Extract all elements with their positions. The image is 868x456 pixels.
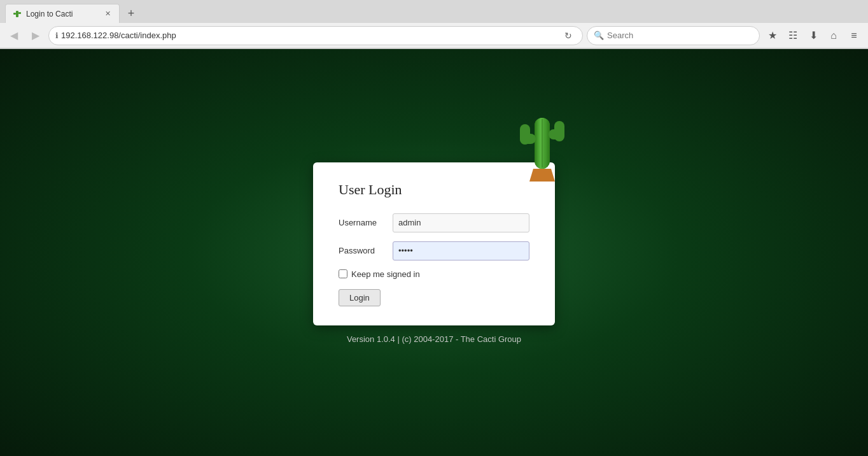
login-wrapper: User Login Username Password Keep me sig… [313, 162, 555, 344]
login-button[interactable]: Login [339, 289, 381, 306]
password-row: Password [339, 241, 529, 260]
login-card: User Login Username Password Keep me sig… [313, 162, 555, 325]
svg-rect-0 [16, 11, 18, 17]
reload-button[interactable]: ↻ [561, 28, 576, 43]
login-title: User Login [339, 182, 529, 198]
tab-title: Login to Cacti [26, 10, 100, 18]
keep-signed-checkbox[interactable] [339, 269, 347, 278]
search-icon: 🔍 [594, 31, 604, 40]
forward-button[interactable]: ▶ [27, 27, 45, 45]
back-button[interactable]: ◀ [5, 27, 23, 45]
keep-signed-row: Keep me signed in [339, 269, 529, 279]
password-label: Password [339, 246, 393, 255]
version-text: Version 1.0.4 | (c) 2004-2017 - The Cact… [347, 334, 521, 344]
address-bar-row: ◀ ▶ ℹ 192.168.122.98/cacti/index.php ↻ 🔍… [0, 23, 868, 48]
svg-rect-6 [520, 124, 530, 145]
password-input[interactable] [393, 241, 529, 260]
svg-rect-8 [554, 121, 564, 141]
new-tab-button[interactable]: + [122, 4, 140, 22]
svg-rect-2 [18, 12, 21, 14]
browser-chrome: Login to Cacti ✕ + ◀ ▶ ℹ 192.168.122.98/… [0, 0, 868, 49]
svg-marker-12 [529, 169, 555, 182]
tab-close-button[interactable]: ✕ [102, 9, 113, 19]
search-input[interactable] [607, 31, 753, 40]
username-label: Username [339, 218, 393, 227]
tab-favicon [12, 9, 22, 19]
security-icon: ℹ [55, 31, 59, 40]
svg-rect-1 [13, 13, 16, 15]
address-bar[interactable]: ℹ 192.168.122.98/cacti/index.php ↻ [48, 26, 583, 45]
menu-button[interactable]: ≡ [845, 27, 863, 45]
keep-signed-label[interactable]: Keep me signed in [351, 269, 420, 279]
download-button[interactable]: ⬇ [804, 27, 822, 45]
tab-bar: Login to Cacti ✕ + [0, 0, 868, 23]
username-input[interactable] [393, 213, 529, 232]
browser-tab[interactable]: Login to Cacti ✕ [5, 4, 120, 23]
search-bar[interactable]: 🔍 [587, 26, 760, 45]
username-row: Username [339, 213, 529, 232]
toolbar-icons: ★ ☷ ⬇ ⌂ ≡ [764, 27, 863, 45]
home-button[interactable]: ⌂ [825, 27, 843, 45]
page-content: User Login Username Password Keep me sig… [0, 49, 868, 456]
bookmark-button[interactable]: ★ [764, 27, 781, 45]
url-text: 192.168.122.98/cacti/index.php [61, 31, 561, 40]
cactus-logo [510, 105, 574, 175]
reader-button[interactable]: ☷ [784, 27, 802, 45]
